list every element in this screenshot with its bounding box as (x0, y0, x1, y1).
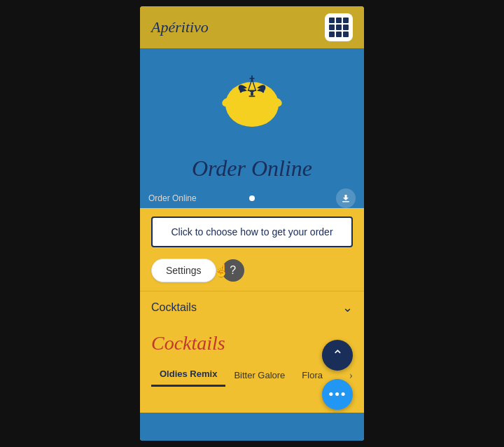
bottom-strip (140, 413, 364, 441)
order-choice-section: Click to choose how to get your order (140, 208, 364, 253)
download-button[interactable] (336, 188, 356, 208)
scroll-up-button[interactable]: ⌃ (322, 340, 353, 371)
tabs-scroll-right-icon[interactable]: › (349, 369, 353, 382)
hero-title: Order Online (192, 156, 312, 181)
order-choice-button[interactable]: Click to choose how to get your order (151, 216, 353, 247)
chevron-up-icon: ⌃ (332, 347, 344, 364)
tab-bitter-galore[interactable]: Bitter Galore (225, 366, 293, 386)
nav-strip: Order Online (140, 188, 364, 208)
svg-point-1 (227, 83, 277, 125)
category-label: Cocktails (151, 301, 197, 314)
svg-rect-7 (249, 95, 255, 97)
settings-button[interactable]: Settings (151, 259, 216, 282)
tab-oldies-remix[interactable]: Oldies Remix (151, 364, 225, 387)
chevron-down-icon: ⌄ (342, 300, 353, 315)
tab-flora[interactable]: Flora (293, 366, 331, 386)
app-title: Apéritivo (151, 18, 209, 36)
cursor-pointer: ☝ (214, 263, 229, 278)
phone-container: Apéritivo (140, 6, 364, 441)
lemon-image (210, 55, 294, 139)
svg-rect-10 (342, 201, 349, 202)
nav-label: Order Online (148, 193, 197, 203)
tabs-row: Oldies Remix Bitter Galore Flora › (151, 364, 353, 387)
hero-section: Order Online (140, 48, 364, 188)
svg-rect-8 (251, 76, 253, 81)
svg-rect-6 (251, 92, 253, 95)
grid-icon (329, 18, 349, 37)
grid-menu-button[interactable] (325, 13, 353, 41)
settings-row: Settings ☝ ? (140, 253, 364, 291)
header: Apéritivo (140, 6, 364, 48)
svg-rect-9 (249, 78, 254, 79)
more-options-button[interactable]: ••• (322, 379, 353, 410)
category-row[interactable]: Cocktails ⌄ (140, 291, 364, 324)
nav-dot-indicator (249, 195, 255, 201)
ellipsis-icon: ••• (328, 385, 346, 404)
